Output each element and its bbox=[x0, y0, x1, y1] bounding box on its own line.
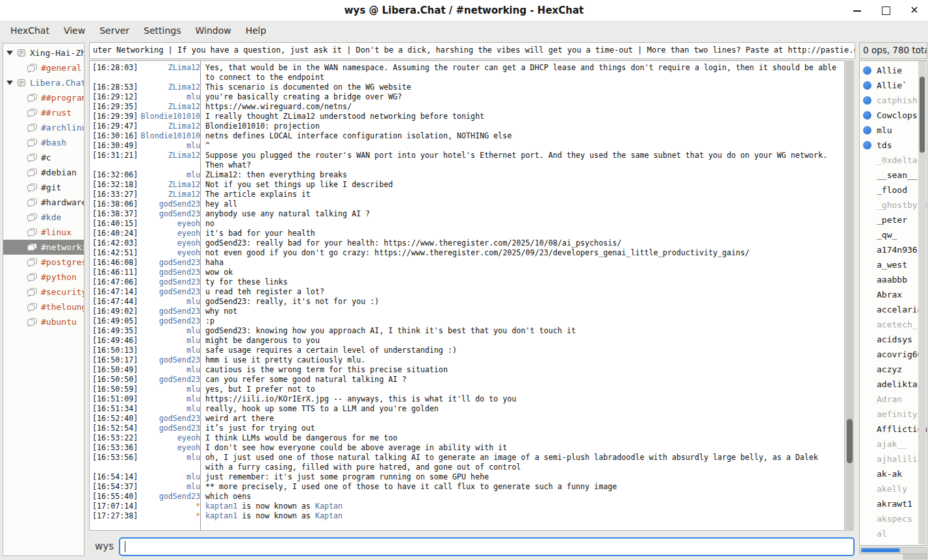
tree-channel-thelounge[interactable]: #thelounge bbox=[3, 299, 84, 314]
user-list-item[interactable]: aczyz bbox=[860, 362, 927, 377]
user-list-item[interactable]: _0xdelta bbox=[860, 153, 927, 168]
chat-line: Then what? bbox=[90, 160, 844, 170]
nick: godSend23 bbox=[139, 258, 200, 268]
tree-channel-bash[interactable]: #bash bbox=[3, 135, 84, 150]
tree-network-row[interactable]: Xing-Hai-Zhang bbox=[3, 45, 84, 60]
close-button[interactable]: ✕ bbox=[910, 6, 919, 15]
user-list-item[interactable]: _ghostbyte bbox=[860, 197, 927, 212]
menu-help[interactable]: Help bbox=[238, 23, 274, 38]
tree-channel-archlinux[interactable]: #archlinux bbox=[3, 120, 84, 135]
user-list-item[interactable]: _flood bbox=[860, 183, 927, 197]
tree-channel-general[interactable]: #general bbox=[3, 60, 84, 75]
nick: godSend23 bbox=[139, 424, 200, 433]
timestamp: [16:29:12] bbox=[92, 92, 139, 102]
user-list-item[interactable]: a174n936 bbox=[860, 242, 927, 257]
chat-line: [17:27:38]*kaptan1 is now known as Kapta… bbox=[90, 511, 844, 521]
chat-line: [16:52:40]godSend23weird art there bbox=[90, 414, 844, 424]
user-list-item[interactable]: ajhalili2 bbox=[860, 452, 927, 466]
tree-channel-python[interactable]: #python bbox=[3, 270, 84, 285]
user-list-item[interactable]: adeliktas bbox=[860, 377, 927, 392]
chat-scrollbar-thumb[interactable] bbox=[847, 419, 853, 463]
user-list-item[interactable]: ajak__ bbox=[860, 437, 927, 452]
message-link[interactable]: https://www.theregister.com/2025/09/23/d… bbox=[374, 248, 749, 257]
resize-grip[interactable] bbox=[903, 554, 927, 559]
user-list-item[interactable]: Affliction bbox=[860, 422, 927, 437]
user-list-item[interactable]: accelario bbox=[860, 302, 927, 317]
minimize-button[interactable] bbox=[853, 6, 862, 15]
window-controls: ✕ bbox=[853, 0, 919, 21]
user-list-item[interactable]: aaabbb bbox=[860, 272, 927, 287]
maximize-button[interactable] bbox=[881, 6, 890, 15]
tree-channel-git[interactable]: #git bbox=[3, 180, 84, 195]
timestamp: [16:28:53] bbox=[92, 83, 139, 92]
user-list-item[interactable]: acovrig60 bbox=[860, 347, 927, 362]
chat-line: [16:33:27]ZLima12The article explains it bbox=[90, 190, 844, 199]
user-list-item[interactable]: akrawt1 bbox=[860, 496, 927, 511]
user-list-item[interactable]: mlu bbox=[860, 123, 927, 138]
nick: godSend23 bbox=[139, 355, 200, 365]
user-list-item[interactable]: catphish bbox=[860, 93, 927, 108]
user-list-item[interactable]: Cowclops` bbox=[860, 108, 927, 123]
message-input[interactable] bbox=[119, 537, 855, 556]
user-list-item[interactable]: a_west bbox=[860, 257, 927, 272]
channel-name: #git bbox=[41, 183, 61, 192]
tree-network-row[interactable]: Libera.Chat bbox=[3, 75, 84, 90]
tree-channel-postgresql[interactable]: #postgresql bbox=[3, 255, 84, 270]
user-list-item[interactable]: al bbox=[860, 526, 927, 541]
message-link[interactable]: https://www.wireguard.com/netns/ bbox=[205, 102, 352, 111]
user-list-item[interactable]: ak-ak bbox=[860, 466, 927, 481]
menu-hexchat[interactable]: HexChat bbox=[3, 23, 57, 38]
tree-channel-hardware[interactable]: #hardware bbox=[3, 195, 84, 210]
timestamp: [16:51:09] bbox=[92, 394, 139, 404]
user-list-item[interactable]: aefinity bbox=[860, 407, 927, 422]
timestamp: [17:07:14] bbox=[92, 502, 139, 511]
tree-channel-programming[interactable]: ##programming bbox=[3, 90, 84, 105]
message-text: cautious is the wrong term for this prec… bbox=[200, 365, 448, 375]
timestamp: [16:50:13] bbox=[92, 346, 139, 355]
tree-channel-c[interactable]: #c bbox=[3, 150, 84, 165]
user-list-item[interactable]: acidsys bbox=[860, 332, 927, 347]
tree-channel-security[interactable]: #security bbox=[3, 285, 84, 299]
menu-server[interactable]: Server bbox=[92, 23, 136, 38]
timestamp: [17:27:38] bbox=[92, 511, 139, 521]
message-text: no bbox=[200, 219, 214, 229]
user-list-item[interactable]: Allie bbox=[860, 63, 927, 78]
tree-channel-ubuntu[interactable]: #ubuntu bbox=[3, 314, 84, 329]
timestamp: [16:50:50] bbox=[92, 375, 139, 385]
message-text: u read teh register a lot? bbox=[200, 287, 324, 297]
user-list-item[interactable]: _peter bbox=[860, 212, 927, 227]
collapse-arrow-icon[interactable] bbox=[6, 51, 13, 55]
channel-name: #kde bbox=[41, 212, 61, 222]
user-nick: Allie` bbox=[877, 81, 907, 90]
user-list-item[interactable]: akspecs bbox=[860, 511, 927, 526]
user-list-item[interactable]: _qw_ bbox=[860, 227, 927, 242]
chat-scrollbar[interactable] bbox=[845, 60, 854, 531]
user-list-item[interactable]: Abrax bbox=[860, 287, 927, 302]
user-list-item[interactable]: tds bbox=[860, 138, 927, 153]
collapse-arrow-icon[interactable] bbox=[6, 81, 13, 85]
chat-line: [16:50:17]godSend23hmm i use it pretty c… bbox=[90, 355, 844, 365]
menu-view[interactable]: View bbox=[57, 23, 92, 38]
topic-bar[interactable]: uter Networking | If you have a question… bbox=[89, 42, 855, 59]
tree-channel-rust[interactable]: ##rust bbox=[3, 105, 84, 120]
message-link[interactable]: https://www.theregister.com/2025/10/08/a… bbox=[383, 238, 621, 248]
message-link[interactable]: https://iili.io/KOrIErX.jpg bbox=[205, 394, 329, 403]
nick: ZLima12 bbox=[139, 190, 200, 199]
tree-channel-linux[interactable]: #linux bbox=[3, 225, 84, 240]
nick: eyeoh bbox=[139, 433, 200, 443]
message-text: kaptan1 is now known as Kaptan bbox=[200, 511, 342, 521]
user-list-item[interactable]: Allie` bbox=[860, 78, 927, 93]
userlist-vscrollbar-thumb[interactable] bbox=[920, 77, 925, 153]
user-list-item[interactable]: Adran bbox=[860, 392, 927, 407]
tree-channel-kde[interactable]: #kde bbox=[3, 210, 84, 225]
timestamp: [16:32:18] bbox=[92, 180, 139, 190]
chat-line: [16:47:06]godSend23ty for these links bbox=[90, 277, 844, 287]
user-list-item[interactable]: akelly bbox=[860, 481, 927, 496]
menu-window[interactable]: Window bbox=[188, 23, 238, 38]
user-list-item[interactable]: acetech_ bbox=[860, 317, 927, 332]
tree-channel-debian[interactable]: #debian bbox=[3, 165, 84, 180]
user-list-item[interactable]: __sean__ bbox=[860, 168, 927, 183]
menu-settings[interactable]: Settings bbox=[136, 23, 188, 38]
userlist-hscrollbar-thumb[interactable] bbox=[861, 548, 900, 552]
tree-channel-networking[interactable]: #networking bbox=[3, 240, 84, 255]
